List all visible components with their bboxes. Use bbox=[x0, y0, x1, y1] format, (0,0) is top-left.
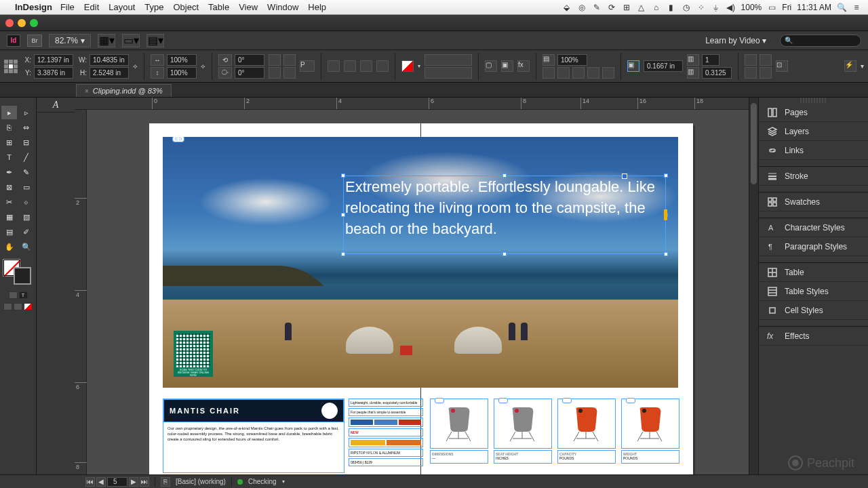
panel-stroke[interactable]: Stroke bbox=[759, 167, 868, 186]
spotlight-icon[interactable]: 🔍 bbox=[837, 3, 846, 12]
chair-card[interactable]: DIMENSIONS— bbox=[430, 399, 488, 473]
page-tool-icon[interactable]: ⎘ bbox=[1, 121, 17, 134]
panel-pages[interactable]: Pages bbox=[759, 103, 868, 122]
indesign-logo-icon[interactable]: Id bbox=[7, 35, 20, 47]
arrange-icon[interactable]: ▤▾ bbox=[146, 34, 164, 47]
gradient-feather-tool-icon[interactable]: ▧ bbox=[18, 210, 34, 224]
evernote-icon[interactable]: ✎ bbox=[592, 3, 601, 12]
eyedropper-tool-icon[interactable]: ✐ bbox=[18, 225, 34, 239]
close-icon[interactable] bbox=[5, 19, 14, 27]
menu-help[interactable]: Help bbox=[308, 2, 326, 12]
corner-options-icon[interactable]: ▢ bbox=[485, 60, 497, 72]
constrain-scale-icon[interactable]: ⟡ bbox=[201, 62, 205, 70]
clock-icon[interactable]: ◷ bbox=[682, 3, 691, 12]
menubar-time[interactable]: 11:31 AM bbox=[797, 3, 831, 12]
h-field[interactable]: 2.5248 in bbox=[90, 67, 129, 79]
flip-v-icon[interactable] bbox=[283, 67, 296, 79]
last-page-icon[interactable]: ⏭ bbox=[140, 477, 149, 487]
auto-fit-icon[interactable]: ⊡ bbox=[776, 60, 788, 72]
hero-image-frame[interactable]: ⊂⊃ SCAN THIS CODE TO BROWSE GEAR ONLINE … bbox=[163, 137, 678, 388]
battery-menulet-icon[interactable]: ▮ bbox=[667, 3, 676, 12]
apply-color-icon[interactable] bbox=[3, 303, 12, 310]
rotate-field[interactable]: 0° bbox=[235, 54, 264, 66]
formatting-container-icon[interactable] bbox=[9, 291, 18, 299]
zoom-window-icon[interactable] bbox=[30, 19, 38, 27]
prev-page-icon[interactable]: ◀ bbox=[96, 477, 106, 487]
object-style[interactable]: [Basic] (working) bbox=[176, 478, 226, 485]
drop-shadow-icon[interactable]: ▣ bbox=[501, 60, 513, 72]
effects-icon[interactable]: fx bbox=[517, 60, 530, 72]
battery-icon[interactable]: ▭ bbox=[767, 3, 776, 12]
vertical-scrollbar[interactable] bbox=[749, 98, 758, 474]
spec-box[interactable]: NEW bbox=[349, 428, 423, 436]
select-prev-icon[interactable] bbox=[360, 60, 372, 72]
wrap-bbox-icon[interactable] bbox=[557, 67, 570, 79]
hand-tool-icon[interactable]: ✋ bbox=[1, 240, 17, 253]
menu-view[interactable]: View bbox=[239, 2, 258, 12]
align-mid-icon[interactable] bbox=[760, 54, 772, 66]
panel-character-styles[interactable]: ACharacter Styles bbox=[759, 218, 868, 237]
selected-text-frame[interactable]: Extremely portable. Effortlessly loungab… bbox=[343, 176, 666, 254]
select-container-icon[interactable] bbox=[328, 60, 340, 72]
screen-mode-icon[interactable]: ▭▾ bbox=[122, 34, 140, 47]
traffic-lights[interactable] bbox=[5, 19, 38, 27]
spec-box[interactable]: For people that's simple to assemble bbox=[349, 408, 423, 416]
horizontal-ruler[interactable]: 0 2 4 6 8 14 16 18 bbox=[75, 98, 758, 110]
scale-y-field[interactable]: 100% bbox=[167, 67, 197, 79]
app-name[interactable]: InDesign bbox=[15, 2, 52, 12]
fill-swatch-icon[interactable] bbox=[401, 60, 414, 72]
swatch-row[interactable] bbox=[349, 418, 423, 427]
tab-clipping[interactable]: ×Clipping.indd @ 83% bbox=[76, 84, 172, 97]
stroke-style-field[interactable] bbox=[425, 54, 472, 66]
spec-box[interactable]: Lightweight, durable, exquisitely comfor… bbox=[349, 399, 423, 407]
stroke-weight-field[interactable]: 0.1667 in bbox=[644, 60, 683, 72]
w-field[interactable]: 10.4835 in bbox=[90, 54, 129, 66]
sync-icon[interactable]: ⟳ bbox=[607, 3, 616, 12]
panel-paragraph-styles[interactable]: ¶Paragraph Styles bbox=[759, 237, 868, 256]
menu-edit[interactable]: Edit bbox=[84, 2, 99, 12]
panel-effects[interactable]: fxEffects bbox=[759, 327, 868, 346]
frame-edges-icon[interactable]: ▣ bbox=[627, 60, 639, 72]
bridge-icon[interactable]: Br bbox=[27, 35, 42, 47]
menu-file[interactable]: File bbox=[60, 2, 75, 12]
scale-x-field[interactable]: 100% bbox=[167, 54, 197, 66]
gradient-swatch-tool-icon[interactable]: ▦ bbox=[1, 210, 17, 224]
constrain-icon[interactable]: ⟡ bbox=[133, 62, 138, 70]
chair-card[interactable]: WEIGHTPOUNDS bbox=[621, 399, 679, 473]
panel-swatches[interactable]: Swatches bbox=[759, 192, 868, 211]
page-field[interactable]: 5 bbox=[107, 477, 127, 487]
panel-table[interactable]: Table bbox=[759, 263, 868, 282]
selection-tool-icon[interactable]: ▸ bbox=[1, 106, 17, 119]
pencil-tool-icon[interactable]: ✎ bbox=[18, 165, 34, 179]
shear-field[interactable]: 0° bbox=[235, 67, 264, 79]
content-collector-icon[interactable]: ⊞ bbox=[1, 136, 17, 149]
drive-icon[interactable]: △ bbox=[637, 3, 646, 12]
panel-menu-icon[interactable]: ▾ bbox=[861, 62, 864, 70]
notification-icon[interactable]: ≡ bbox=[852, 3, 861, 12]
dropbox-icon[interactable]: ⬙ bbox=[562, 3, 572, 12]
formatting-text-icon[interactable]: T bbox=[19, 291, 28, 299]
menu-table[interactable]: Table bbox=[208, 2, 229, 12]
content-placer-icon[interactable]: ⊟ bbox=[18, 136, 34, 149]
type-tool-icon[interactable]: T bbox=[1, 150, 17, 164]
y-field[interactable]: 3.3876 in bbox=[34, 67, 73, 79]
zoom-level[interactable]: 82.7% ▾ bbox=[49, 34, 91, 47]
more-icon[interactable]: ⁘ bbox=[696, 3, 706, 12]
align-top-icon[interactable] bbox=[745, 54, 757, 66]
page-spread[interactable]: ⊂⊃ SCAN THIS CODE TO BROWSE GEAR ONLINE … bbox=[149, 123, 693, 474]
align-bot-icon[interactable] bbox=[745, 67, 757, 79]
preflight-status-icon[interactable] bbox=[237, 479, 243, 485]
flip-h-icon[interactable] bbox=[269, 67, 281, 79]
printer-icon[interactable]: ⊞ bbox=[622, 3, 631, 12]
x-field[interactable]: 12.1397 in bbox=[34, 54, 73, 66]
preflight-label[interactable]: Checking bbox=[248, 478, 277, 485]
spec-box[interactable]: 083456 | $129 bbox=[349, 458, 423, 466]
select-next-icon[interactable] bbox=[376, 60, 389, 72]
reference-point-icon[interactable] bbox=[4, 60, 18, 73]
chair-card[interactable]: SEAT HEIGHTINCHES bbox=[494, 399, 552, 473]
menubar-day[interactable]: Fri bbox=[782, 3, 791, 12]
cc-icon[interactable]: ◎ bbox=[577, 3, 587, 12]
workspace-switcher[interactable]: Learn by Video ▾ bbox=[698, 35, 773, 47]
rotate-ccw-icon[interactable] bbox=[283, 54, 296, 66]
align-just-icon[interactable] bbox=[760, 67, 772, 79]
